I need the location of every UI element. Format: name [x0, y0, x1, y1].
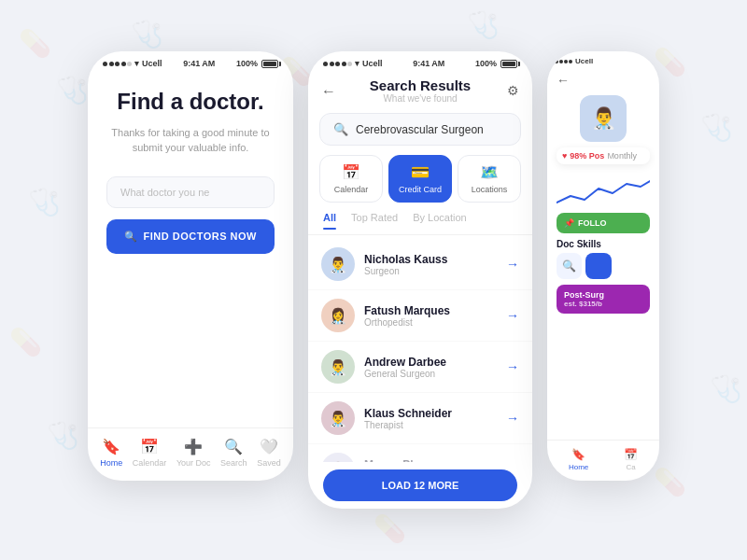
carrier-2: Ucell	[362, 59, 383, 68]
doctor-item-1[interactable]: 👨‍⚕️ Nicholas Kauss Surgeon →	[308, 239, 532, 290]
ph3-home-label: Home	[569, 463, 588, 471]
filter-tab-calendar[interactable]: 📅 Calendar	[319, 155, 383, 203]
doctor-spec-1: Surgeon	[364, 266, 497, 276]
tab-by-location[interactable]: By Location	[413, 212, 466, 229]
yourdoc-icon-1: ➕	[184, 438, 203, 455]
doctor-info-3: Andrew Darbee General Surgeon	[364, 356, 497, 379]
battery-pct-2: 100%	[475, 59, 497, 68]
doctor-avatar-3: 👨‍⚕️	[321, 350, 355, 384]
phone-2: ▾ Ucell 9:41 AM 100% ← Search Results Wh…	[308, 51, 532, 509]
back-button-2[interactable]: ←	[321, 83, 336, 100]
battery-icon-1	[261, 60, 278, 68]
doctor-avatar-2: 👩‍⚕️	[321, 299, 355, 332]
filter-creditcard-label: Credit Card	[399, 185, 442, 194]
filter-tab-locations[interactable]: 🗺️ Locations	[458, 155, 521, 203]
nav-saved-1[interactable]: 🤍 Saved	[257, 438, 281, 468]
ph3-calendar-icon: 📅	[624, 448, 638, 461]
find-btn-label: FIND DOCTORS NOW	[144, 231, 257, 242]
nav-search-1[interactable]: 🔍 Search	[220, 438, 247, 468]
search-bar-2[interactable]: 🔍 Cerebrovascular Surgeon	[319, 113, 521, 146]
time-1: 9:41 AM	[183, 59, 215, 68]
search-icon-1: 🔍	[224, 438, 243, 455]
nav-search-label-1: Search	[220, 458, 247, 468]
doctor-avatar-1: 👨‍⚕️	[321, 247, 355, 281]
follow-label: FOLLO	[578, 218, 607, 228]
settings-icon[interactable]: ⚙	[507, 83, 519, 98]
heart-icon: ♥	[562, 151, 567, 161]
status-bar-2: ▾ Ucell 9:41 AM 100%	[308, 51, 532, 72]
tab-all[interactable]: All	[323, 212, 336, 229]
tab-top-rated[interactable]: Top Rated	[351, 212, 398, 229]
post-surg-sub: est. $315/b	[564, 300, 642, 308]
doctor-spec-4: Therapist	[364, 420, 497, 430]
rating-badge: ♥ 98% Pos Monthly	[557, 147, 650, 164]
battery-area-2: 100%	[475, 59, 517, 68]
phone1-bottom-nav: 🔖 Home 📅 Calendar ➕ Your Doc 🔍 Search 🤍 …	[88, 427, 293, 481]
arrow-icon-4[interactable]: →	[506, 411, 519, 426]
nav-yourdoc-label-1: Your Doc	[176, 458, 211, 468]
list-tabs: All Top Rated By Location	[308, 212, 532, 235]
search-icon: 🔍	[124, 231, 138, 243]
follow-icon: 📌	[564, 218, 574, 228]
battery-fill-1	[263, 62, 276, 66]
nav-home-label-1: Home	[100, 458, 122, 468]
wifi-icon: ▾	[134, 59, 139, 68]
doctor-item-5[interactable]: 👩‍⚕️ Megan Planer Surgeon →	[308, 444, 532, 462]
status-left-3: Ucell	[555, 57, 593, 65]
back-button-3[interactable]: ←	[557, 73, 650, 88]
doctor-list: 👨‍⚕️ Nicholas Kauss Surgeon → 👩‍⚕️ Fatus…	[308, 235, 532, 462]
rating-sub: Monthly	[607, 151, 637, 161]
arrow-icon-3[interactable]: →	[506, 359, 519, 374]
follow-button[interactable]: 📌 FOLLO	[557, 213, 650, 233]
locations-filter-icon: 🗺️	[480, 163, 499, 181]
doctor-avatar-5: 👩‍⚕️	[321, 453, 355, 462]
doctor-item-2[interactable]: 👩‍⚕️ Fatush Marques Orthopedist →	[308, 290, 532, 342]
rating-value: 98% Pos	[570, 151, 604, 161]
doctor-spec-3: General Surgeon	[364, 369, 497, 379]
nav-yourdoc-1[interactable]: ➕ Your Doc	[176, 438, 211, 468]
ph3-calendar-label: Ca	[626, 463, 635, 471]
doc-skills-label: Doc Skills	[557, 239, 650, 249]
doctor-info-4: Klaus Schneider Therapist	[364, 407, 497, 430]
signal-dots-3	[555, 60, 572, 63]
search-results-title: Search Results	[370, 77, 471, 93]
ph3-nav-calendar[interactable]: 📅 Ca	[624, 448, 638, 471]
skill-blue-chip[interactable]	[585, 253, 612, 279]
arrow-icon-1[interactable]: →	[506, 257, 519, 272]
doctor-name-2: Fatush Marques	[364, 304, 497, 317]
doctor-info-2: Fatush Marques Orthopedist	[364, 304, 497, 328]
doctor-item-3[interactable]: 👨‍⚕️ Andrew Darbee General Surgeon →	[308, 342, 532, 393]
doctor-item-4[interactable]: 👨‍⚕️ Klaus Schneider Therapist →	[308, 393, 532, 444]
filter-tabs: 📅 Calendar 💳 Credit Card 🗺️ Locations	[308, 155, 532, 212]
find-doctor-title: Find a doctor.	[117, 89, 263, 116]
doctor-search-input[interactable]: What doctor you ne	[106, 176, 275, 208]
search-input-placeholder: What doctor you ne	[120, 187, 209, 198]
status-left-1: ▾ Ucell	[103, 59, 162, 68]
doctor-info-5: Megan Planer Surgeon	[364, 458, 497, 463]
skill-search-icon: 🔍	[562, 259, 576, 273]
calendar-icon-1: 📅	[140, 438, 159, 455]
phone-1: ▾ Ucell 9:41 AM 100% Find a doctor. Than…	[88, 51, 293, 481]
find-doctor-subtitle: Thanks for taking a good minute to submi…	[106, 125, 275, 156]
nav-saved-label-1: Saved	[257, 458, 281, 468]
nav-home-1[interactable]: 🔖 Home	[100, 438, 122, 468]
saved-icon-1: 🤍	[260, 438, 278, 455]
carrier-1: Ucell	[142, 59, 162, 68]
phone2-header: ← Search Results What we've found ⚙	[308, 72, 532, 113]
phone1-content: Find a doctor. Thanks for taking a good …	[88, 72, 293, 427]
doctor-name-1: Nicholas Kauss	[364, 253, 497, 266]
load-more-button[interactable]: LOAD 12 MORE	[323, 469, 517, 501]
battery-fill-2	[502, 62, 515, 66]
post-surgery-card[interactable]: Post-Surg est. $315/b	[557, 285, 650, 314]
status-left-2: ▾ Ucell	[323, 59, 383, 68]
phone3-bottom-nav: 🔖 Home 📅 Ca	[547, 440, 659, 481]
ph3-nav-home[interactable]: 🔖 Home	[569, 448, 588, 471]
filter-tab-creditcard[interactable]: 💳 Credit Card	[388, 155, 452, 203]
nav-calendar-1[interactable]: 📅 Calendar	[133, 438, 167, 468]
carrier-3: Ucell	[575, 57, 593, 65]
find-doctors-button[interactable]: 🔍 FIND DOCTORS NOW	[106, 219, 275, 254]
skills-chips: 🔍	[557, 253, 650, 279]
nav-calendar-label-1: Calendar	[133, 458, 167, 468]
skill-search-chip[interactable]: 🔍	[557, 253, 582, 279]
arrow-icon-2[interactable]: →	[506, 308, 519, 323]
